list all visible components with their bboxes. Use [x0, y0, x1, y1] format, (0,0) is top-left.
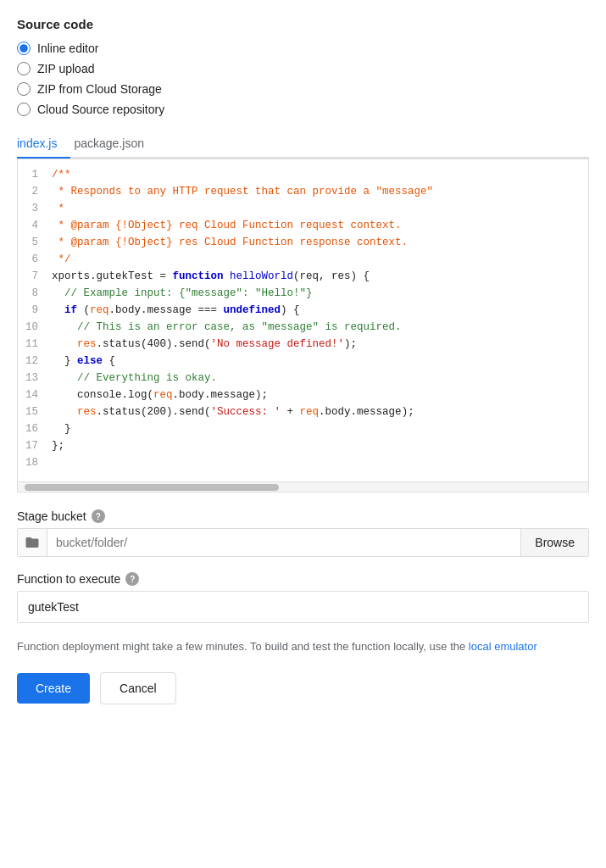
radio-zip-upload[interactable]: ZIP upload [17, 62, 589, 75]
function-execute-input[interactable] [17, 591, 589, 623]
radio-inline-editor[interactable]: Inline editor [17, 42, 589, 55]
radio-zip-cloud-label: ZIP from Cloud Storage [37, 82, 162, 96]
code-editor[interactable]: 1 2 3 4 5 6 7 8 9 10 11 12 13 14 15 16 1… [17, 159, 589, 492]
source-type-radio-group: Inline editor ZIP upload ZIP from Cloud … [17, 42, 589, 116]
create-button[interactable]: Create [17, 673, 90, 704]
radio-zip-cloud[interactable]: ZIP from Cloud Storage [17, 82, 589, 96]
radio-inline-label: Inline editor [37, 42, 98, 55]
code-area[interactable]: 1 2 3 4 5 6 7 8 9 10 11 12 13 14 15 16 1… [18, 159, 588, 481]
stage-bucket-help-icon[interactable]: ? [92, 509, 105, 523]
stage-bucket-input-row: Browse [17, 528, 589, 557]
function-execute-group: Function to execute ? [17, 572, 589, 623]
code-text[interactable]: /** * Responds to any HTTP request that … [45, 166, 588, 475]
browse-button[interactable]: Browse [520, 529, 588, 556]
line-numbers: 1 2 3 4 5 6 7 8 9 10 11 12 13 14 15 16 1… [18, 166, 45, 475]
radio-cloud-repo-label: Cloud Source repository [37, 103, 164, 116]
stage-bucket-input[interactable] [47, 529, 520, 556]
radio-zip-label: ZIP upload [37, 62, 94, 75]
action-buttons: Create Cancel [17, 672, 589, 704]
stage-bucket-label: Stage bucket ? [17, 509, 589, 523]
source-code-section: Source code Inline editor ZIP upload ZIP… [17, 17, 589, 704]
file-tabs: index.js package.json [17, 130, 589, 159]
source-code-title: Source code [17, 17, 589, 31]
code-scrollbar-thumb[interactable] [25, 484, 279, 491]
radio-cloud-repo[interactable]: Cloud Source repository [17, 103, 589, 116]
stage-bucket-group: Stage bucket ? Browse [17, 509, 589, 557]
tab-index-js[interactable]: index.js [17, 130, 70, 159]
local-emulator-link[interactable]: local emulator [469, 640, 537, 653]
helper-text: Function deployment might take a few min… [17, 638, 589, 655]
function-execute-help-icon[interactable]: ? [125, 572, 139, 586]
cancel-button[interactable]: Cancel [100, 672, 176, 704]
folder-icon [18, 529, 47, 556]
code-scrollbar[interactable] [18, 481, 588, 492]
function-execute-label: Function to execute ? [17, 572, 589, 586]
tab-package-json[interactable]: package.json [74, 130, 158, 159]
